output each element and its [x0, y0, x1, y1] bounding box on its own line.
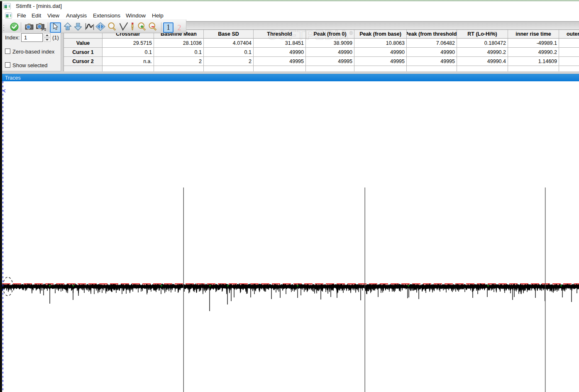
column-header-peak-from-threshold-[interactable]: Peak (from threshold) [407, 30, 457, 39]
table-cell[interactable]: 2 [154, 57, 204, 66]
camera-ps-icon: PS [36, 22, 46, 33]
fit-width-button[interactable] [95, 22, 105, 32]
column-header-peak-from-0-[interactable]: Peak (from 0) [306, 30, 354, 39]
table-cell[interactable]: 49990 [354, 48, 407, 57]
table-cell[interactable]: -49989.1 [508, 39, 559, 48]
table-cell[interactable]: 49990 [254, 48, 306, 57]
column-header-rt-lo-hi-[interactable]: RT (Lo-Hi%) [457, 30, 508, 39]
trace-plot-svg [2, 81, 579, 392]
table-cell[interactable] [559, 66, 579, 71]
event-check-button[interactable] [119, 22, 129, 32]
index-input[interactable]: 1 [21, 33, 43, 42]
row-header[interactable]: Value [64, 39, 103, 48]
table-cell[interactable]: 2 [204, 57, 254, 66]
table-cell[interactable]: 49990 [306, 48, 354, 57]
table-cell[interactable]: 49995 [254, 57, 306, 66]
zoom-tool-button[interactable] [107, 22, 117, 32]
row-header[interactable]: Cursor 2 [64, 57, 103, 66]
menu-edit[interactable]: Edit [32, 12, 41, 19]
trace-plot[interactable] [2, 81, 579, 392]
svg-text:PS: PS [42, 27, 46, 31]
column-header-base-sd[interactable]: Base SD [204, 30, 254, 39]
arrow-up-icon [63, 22, 72, 33]
menu-analysis[interactable]: Analysis [66, 12, 87, 19]
dock-band [186, 21, 579, 30]
toolbar-grip[interactable] [3, 25, 5, 32]
table-cell[interactable]: 10.8063 [354, 39, 407, 48]
table-cell[interactable] [154, 66, 204, 71]
menu-extensions[interactable]: Extensions [93, 12, 120, 19]
table-cell[interactable]: 28.1036 [154, 39, 204, 48]
table-cell[interactable]: 49995 [306, 57, 354, 66]
column-header-outer-rise-time[interactable]: outer rise time [559, 30, 579, 39]
zoom-out-button[interactable] [148, 22, 158, 32]
zoom-in-button[interactable] [137, 22, 147, 32]
table-cell[interactable] [254, 66, 306, 71]
previous-trace-button[interactable] [63, 22, 73, 32]
traces-caption: Traces [5, 75, 21, 81]
magnifier-icon [107, 22, 117, 33]
spin-up-button[interactable] [44, 33, 51, 37]
column-header-peak-from-base-[interactable]: Peak (from base) [354, 30, 407, 39]
table-cell[interactable] [204, 66, 254, 71]
row-header[interactable]: Cursor 1 [64, 48, 103, 57]
window-left-edge [0, 1, 2, 392]
results-table[interactable]: CrosshairBaseline MeanBase SDThresholdPe… [64, 30, 579, 71]
row-header[interactable] [64, 66, 103, 71]
show-selected-checkbox[interactable] [5, 62, 10, 68]
diamond-arrows-icon [95, 22, 106, 33]
apply-button[interactable] [9, 22, 19, 32]
table-cell[interactable]: 49990.2 [457, 48, 508, 57]
table-cell[interactable]: 4.07404 [204, 39, 254, 48]
index-count: (1) [52, 34, 59, 41]
table-cell[interactable] [457, 66, 508, 71]
table-cell[interactable] [407, 66, 457, 71]
table-cell[interactable]: 49990.4 [457, 57, 508, 66]
table-row-cursor-1: Cursor 10.10.10.149990499904999049990499… [64, 48, 579, 57]
table-cell[interactable] [103, 66, 154, 71]
table-cell[interactable]: 49990 [407, 48, 457, 57]
snapshot-button[interactable] [24, 22, 34, 32]
table-cell[interactable]: 29.5715 [103, 39, 154, 48]
table-cell[interactable] [306, 66, 354, 71]
next-trace-button[interactable] [73, 22, 83, 32]
table-cell[interactable]: 0.1 [103, 48, 154, 57]
table-cell[interactable]: 31.8451 [254, 39, 306, 48]
menu-view[interactable]: View [47, 12, 59, 19]
column-header-inner-rise-time[interactable]: inner rise time [508, 30, 559, 39]
snapshot-ps-button[interactable]: PS [36, 22, 46, 32]
table-cell[interactable] [559, 48, 579, 57]
spin-down-button[interactable] [44, 38, 51, 42]
zero-based-index-label: Zero-based index [12, 49, 54, 55]
table-cell[interactable] [354, 66, 407, 71]
index-label: Index: [5, 34, 20, 41]
menu-file[interactable]: File [17, 12, 26, 19]
table-cell[interactable]: 49995 [354, 57, 407, 66]
table-cell[interactable]: 49990.2 [508, 48, 559, 57]
index-spinner [44, 33, 51, 42]
table-cell[interactable] [559, 39, 579, 48]
table-cell[interactable]: 0.1 [204, 48, 254, 57]
zero-based-index-checkbox[interactable] [5, 49, 10, 54]
table-cell[interactable]: 0.1 [154, 48, 204, 57]
menu-bar: FileEditViewAnalysisExtensionsWindowHelp [2, 12, 579, 19]
column-header-threshold[interactable]: Threshold [254, 30, 306, 39]
draw-tool-button[interactable] [129, 22, 136, 32]
measure-trace-button[interactable] [85, 22, 95, 32]
document-icon[interactable] [5, 12, 12, 20]
menu-window[interactable]: Window [126, 12, 146, 19]
table-cell[interactable] [559, 57, 579, 66]
table-cell[interactable]: n.a. [103, 57, 154, 66]
channel2-button[interactable]: 2 [176, 23, 183, 33]
channel1-button[interactable]: 1 [163, 22, 173, 33]
table-cell[interactable]: 38.9099 [306, 39, 354, 48]
trace-wave-icon [85, 22, 95, 33]
table-cell[interactable]: 7.06482 [407, 39, 457, 48]
table-cell[interactable]: 0.180472 [457, 39, 508, 48]
table-cell[interactable]: 1.14609 [508, 57, 559, 66]
menu-help[interactable]: Help [152, 12, 164, 19]
table-cell[interactable] [508, 66, 559, 71]
select-tool-button[interactable] [50, 22, 61, 33]
traces-caption-bar[interactable]: Traces [2, 74, 579, 81]
table-cell[interactable]: 49995 [407, 57, 457, 66]
